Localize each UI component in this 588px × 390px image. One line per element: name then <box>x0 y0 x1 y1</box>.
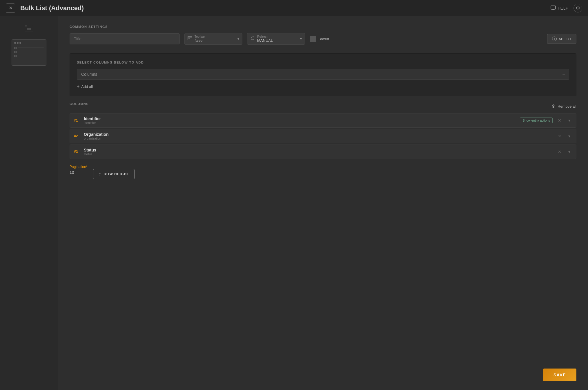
content-area: COMMON SETTINGS Toolbar false ▾ <box>58 16 588 390</box>
page-title: Bulk List (Advanced) <box>20 4 551 12</box>
row-height-button[interactable]: ↕ ROW HEIGHT <box>93 169 135 179</box>
toolbar-icon <box>188 36 192 41</box>
close-button[interactable]: ✕ <box>6 3 15 13</box>
svg-rect-0 <box>551 6 556 9</box>
sidebar-widget-icon <box>23 22 35 35</box>
show-entity-actions-badge[interactable]: Show entity actions <box>520 118 553 123</box>
svg-rect-9 <box>188 37 192 40</box>
column-close-2[interactable]: ✕ <box>556 133 563 139</box>
common-settings-row: Toolbar false ▾ Refresh MANUAL ▾ <box>70 33 576 45</box>
column-key-1: identifier <box>84 121 516 124</box>
column-chevron-1[interactable]: ▾ <box>567 118 572 123</box>
row-height-icon: ↕ <box>99 171 101 177</box>
save-button[interactable]: SAVE <box>543 369 576 381</box>
pagination-group: Pagination* 10 <box>70 165 87 175</box>
refresh-arrow-icon: ▾ <box>300 37 302 41</box>
column-info-2: Organization organization <box>84 132 553 140</box>
save-label: SAVE <box>553 373 566 377</box>
topbar-right: HELP ⚙ <box>551 4 582 12</box>
boxed-checkbox[interactable] <box>310 36 316 42</box>
column-name-2: Organization <box>84 132 553 137</box>
pagination-label-text: Pagination <box>70 165 86 169</box>
about-label: ABOUT <box>558 37 571 41</box>
remove-all-button[interactable]: 🗑 Remove all <box>552 104 576 109</box>
columns-dropdown-placeholder: Columns <box>81 72 562 77</box>
help-button[interactable]: HELP <box>551 6 568 11</box>
select-columns-section: SELECT COLUMNS BELOW TO ADD Columns – + … <box>70 53 576 96</box>
column-info-3: Status status <box>84 148 553 156</box>
title-input[interactable] <box>70 33 180 44</box>
toolbar-arrow-icon: ▾ <box>237 37 239 41</box>
trash-icon: 🗑 <box>552 104 556 109</box>
common-settings-label: COMMON SETTINGS <box>70 25 576 28</box>
topbar: ✕ Bulk List (Advanced) HELP ⚙ <box>0 0 588 16</box>
column-row-1: #1 Identifier identifier Show entity act… <box>70 113 576 128</box>
pagination-value: 10 <box>70 170 87 175</box>
help-icon <box>551 6 556 11</box>
column-chevron-2[interactable]: ▾ <box>567 133 572 139</box>
settings-button[interactable]: ⚙ <box>574 4 582 12</box>
refresh-value: MANUAL <box>257 38 298 43</box>
column-chevron-3[interactable]: ▾ <box>567 149 572 155</box>
toolbar-select-content: Toolbar false <box>195 35 235 43</box>
toolbar-value: false <box>195 38 235 43</box>
about-icon: i <box>552 37 557 41</box>
remove-all-label: Remove all <box>558 104 576 109</box>
refresh-label: Refresh <box>257 35 298 38</box>
column-num-2: #2 <box>74 134 80 138</box>
pagination-row: Pagination* 10 ↕ ROW HEIGHT <box>70 165 576 179</box>
columns-container: COLUMNS 🗑 Remove all #1 Identifier ident… <box>70 102 576 159</box>
select-columns-label: SELECT COLUMNS BELOW TO ADD <box>77 61 569 64</box>
column-row-2: #2 Organization organization ✕ ▾ <box>70 129 576 143</box>
svg-point-7 <box>25 26 26 26</box>
column-info-1: Identifier identifier <box>84 116 516 124</box>
columns-dropdown[interactable]: Columns – <box>77 69 569 80</box>
toolbar-select[interactable]: Toolbar false ▾ <box>184 33 242 45</box>
column-close-3[interactable]: ✕ <box>556 149 563 155</box>
about-button[interactable]: i ABOUT <box>547 34 576 44</box>
column-name-3: Status <box>84 148 553 152</box>
toolbar-label: Toolbar <box>195 35 235 38</box>
column-num-1: #1 <box>74 118 80 122</box>
refresh-icon <box>250 36 255 42</box>
svg-point-8 <box>26 26 27 26</box>
refresh-select-content: Refresh MANUAL <box>257 35 298 43</box>
boxed-group: Boxed <box>310 36 329 42</box>
column-row-3: #3 Status status ✕ ▾ <box>70 145 576 159</box>
column-key-2: organization <box>84 137 553 140</box>
columns-header: COLUMNS 🗑 Remove all <box>70 102 576 110</box>
column-key-3: status <box>84 152 553 156</box>
add-all-label: Add all <box>81 84 93 89</box>
add-all-button[interactable]: + Add all <box>77 83 569 90</box>
boxed-label: Boxed <box>318 37 329 41</box>
column-name-1: Identifier <box>84 116 516 121</box>
gear-icon: ⚙ <box>576 5 580 11</box>
sidebar <box>0 16 58 390</box>
pagination-label: Pagination* <box>70 165 87 169</box>
sidebar-preview <box>12 39 46 66</box>
column-close-1[interactable]: ✕ <box>556 118 563 123</box>
close-icon: ✕ <box>9 5 12 11</box>
add-all-plus-icon: + <box>77 84 79 89</box>
pagination-required: * <box>86 165 88 169</box>
row-height-label: ROW HEIGHT <box>104 172 129 176</box>
refresh-select[interactable]: Refresh MANUAL ▾ <box>247 33 305 45</box>
columns-section-label: COLUMNS <box>70 102 552 106</box>
columns-dropdown-arrow-icon: – <box>562 72 565 77</box>
main-layout: COMMON SETTINGS Toolbar false ▾ <box>0 16 588 390</box>
column-num-3: #3 <box>74 150 80 154</box>
help-label: HELP <box>558 6 568 10</box>
